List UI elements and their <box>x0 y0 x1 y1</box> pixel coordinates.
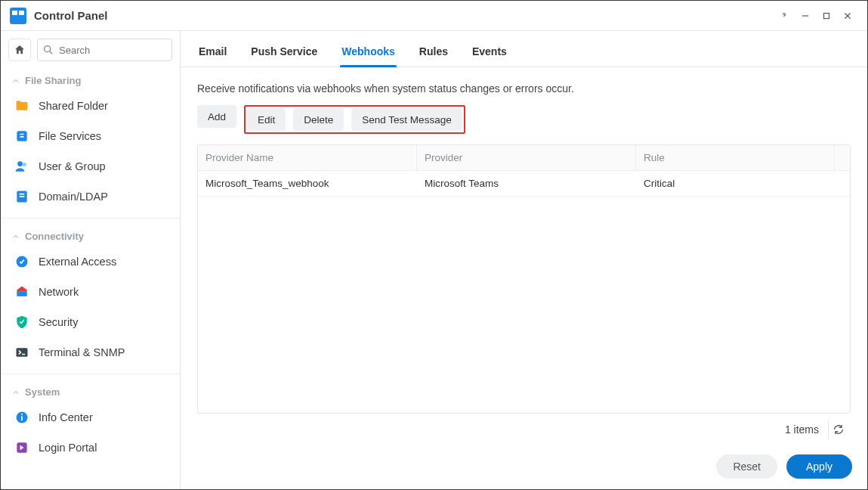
sidebar-item-shared-folder[interactable]: Shared Folder <box>1 91 180 121</box>
delete-button[interactable]: Delete <box>293 108 344 131</box>
network-icon <box>14 284 29 299</box>
minimize-button[interactable] <box>795 5 816 26</box>
send-test-message-button[interactable]: Send Test Message <box>351 108 462 131</box>
footer: Reset Apply <box>181 445 867 489</box>
description-text: Receive notifications via webhooks when … <box>197 82 851 95</box>
folder-icon <box>14 98 29 113</box>
section-connectivity[interactable]: Connectivity <box>1 226 180 247</box>
item-count: 1 items <box>785 423 819 436</box>
svg-rect-12 <box>21 416 23 420</box>
sidebar-item-label: Domain/LDAP <box>39 191 108 203</box>
search-icon <box>42 44 54 58</box>
search-input-wrap <box>37 39 172 61</box>
tabs: Email Push Service Webhooks Rules Events <box>181 31 867 67</box>
edit-button[interactable]: Edit <box>247 108 286 131</box>
sidebar-item-label: Login Portal <box>39 442 97 454</box>
highlight-annotation: Edit Delete Send Test Message <box>244 105 465 134</box>
th-spacer <box>835 145 850 170</box>
webhook-table: Provider Name Provider Rule Microsoft_Te… <box>197 144 851 414</box>
sidebar-item-label: Shared Folder <box>39 100 108 112</box>
sidebar: File Sharing Shared Folder File Services… <box>1 31 181 489</box>
main: Email Push Service Webhooks Rules Events… <box>181 31 867 489</box>
svg-point-3 <box>17 161 23 166</box>
sidebar-item-domain-ldap[interactable]: Domain/LDAP <box>1 181 180 212</box>
info-icon <box>14 410 29 425</box>
table-row[interactable]: Microsoft_Teams_webhook Microsoft Teams … <box>198 171 850 197</box>
svg-rect-10 <box>17 348 28 357</box>
chevron-up-icon <box>11 232 20 241</box>
sidebar-item-login-portal[interactable]: Login Portal <box>1 433 180 463</box>
home-button[interactable] <box>8 39 31 61</box>
sidebar-item-label: Info Center <box>39 411 93 423</box>
sidebar-item-external-access[interactable]: External Access <box>1 247 180 277</box>
close-icon <box>842 11 853 21</box>
close-button[interactable] <box>837 5 858 26</box>
link-icon <box>14 254 29 269</box>
tab-rules[interactable]: Rules <box>418 36 449 67</box>
maximize-button[interactable] <box>816 5 837 26</box>
cell-provider-name: Microsoft_Teams_webhook <box>198 171 417 196</box>
svg-point-1 <box>45 46 51 52</box>
section-label: File Sharing <box>25 75 81 86</box>
shield-icon <box>14 315 29 330</box>
sidebar-item-info-center[interactable]: Info Center <box>1 402 180 433</box>
help-button[interactable] <box>774 5 795 26</box>
window-title: Control Panel <box>34 9 108 22</box>
help-icon <box>779 11 789 21</box>
th-provider[interactable]: Provider <box>417 145 636 170</box>
sidebar-item-security[interactable]: Security <box>1 307 180 337</box>
svg-point-4 <box>23 163 26 166</box>
sidebar-item-label: Network <box>39 286 79 298</box>
chevron-up-icon <box>11 388 20 397</box>
sidebar-item-terminal-snmp[interactable]: Terminal & SNMP <box>1 337 180 368</box>
sidebar-item-label: User & Group <box>39 160 106 172</box>
svg-rect-0 <box>824 13 829 18</box>
app-icon <box>10 8 26 24</box>
tab-email[interactable]: Email <box>197 36 228 67</box>
section-label: System <box>25 386 60 398</box>
maximize-icon <box>821 11 832 21</box>
portal-icon <box>14 440 29 455</box>
toolbar: Add Edit Delete Send Test Message <box>197 105 851 134</box>
sidebar-item-label: External Access <box>39 256 116 268</box>
tab-events[interactable]: Events <box>471 36 508 67</box>
sidebar-item-label: File Services <box>39 130 101 142</box>
window: Control Panel <box>0 0 868 490</box>
svg-rect-6 <box>20 194 25 195</box>
section-system[interactable]: System <box>1 382 180 402</box>
cell-rule: Critical <box>636 171 850 196</box>
sidebar-item-label: Terminal & SNMP <box>39 346 125 358</box>
titlebar: Control Panel <box>1 1 867 31</box>
add-button[interactable]: Add <box>197 105 236 128</box>
svg-rect-9 <box>17 291 26 296</box>
tab-webhooks[interactable]: Webhooks <box>340 36 397 67</box>
section-file-sharing[interactable]: File Sharing <box>1 70 180 91</box>
apply-button[interactable]: Apply <box>786 454 852 479</box>
domain-icon <box>14 189 29 204</box>
sidebar-item-file-services[interactable]: File Services <box>1 121 180 151</box>
minimize-icon <box>800 11 811 21</box>
status-bar: 1 items <box>196 414 852 445</box>
svg-rect-13 <box>21 414 23 415</box>
users-icon <box>14 159 29 174</box>
home-icon <box>14 44 26 56</box>
file-services-icon <box>14 129 29 144</box>
cell-provider: Microsoft Teams <box>417 171 636 196</box>
th-rule[interactable]: Rule <box>636 145 835 170</box>
refresh-icon <box>832 423 845 436</box>
search-input[interactable] <box>37 39 172 61</box>
sidebar-item-label: Security <box>39 316 78 328</box>
sidebar-item-user-group[interactable]: User & Group <box>1 151 180 181</box>
svg-rect-7 <box>20 196 25 197</box>
terminal-icon <box>14 345 29 360</box>
section-label: Connectivity <box>25 231 84 242</box>
refresh-button[interactable] <box>828 420 848 439</box>
table-header: Provider Name Provider Rule <box>198 145 850 171</box>
th-provider-name[interactable]: Provider Name <box>198 145 417 170</box>
chevron-up-icon <box>11 76 20 85</box>
reset-button[interactable]: Reset <box>716 454 777 479</box>
sidebar-item-network[interactable]: Network <box>1 277 180 307</box>
tab-push-service[interactable]: Push Service <box>249 36 319 67</box>
